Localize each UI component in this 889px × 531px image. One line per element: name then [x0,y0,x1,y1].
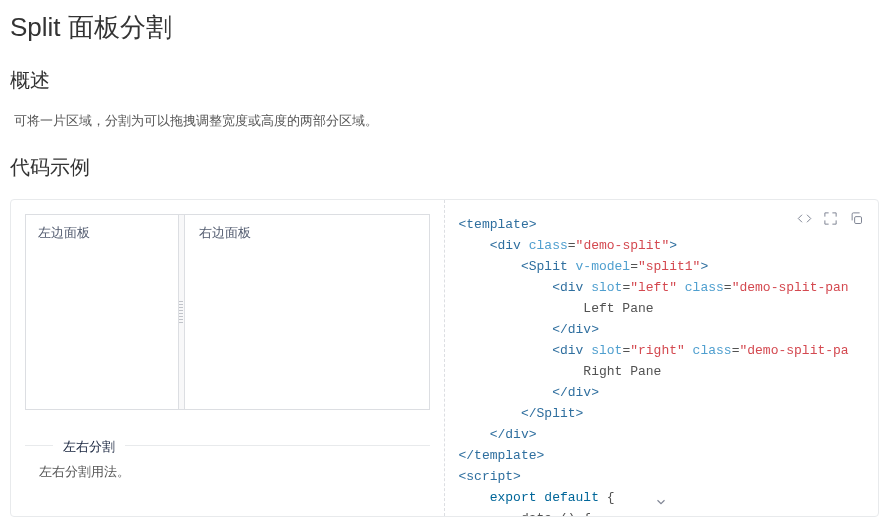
example-card: 左边面板 右边面板 左右分割 左右分割用法。 [10,199,879,517]
demo-description: 左右分割用法。 [25,464,430,481]
copy-icon[interactable] [848,210,864,226]
examples-heading: 代码示例 [10,154,879,181]
split-demo: 左边面板 右边面板 [25,214,430,410]
code-column: <template> <div class="demo-split"> <Spl… [445,200,879,516]
split-right-pane: 右边面板 [185,215,429,409]
code-toolbar [796,210,864,226]
code-block: <template> <div class="demo-split"> <Spl… [445,200,879,516]
split-left-pane: 左边面板 [26,215,179,409]
demo-column: 左边面板 右边面板 左右分割 左右分割用法。 [11,200,445,516]
code-icon[interactable] [796,210,812,226]
demo-meta: 左右分割 左右分割用法。 [25,438,430,481]
page-title: Split 面板分割 [10,10,879,45]
overview-heading: 概述 [10,67,879,94]
chevron-down-icon[interactable] [654,495,668,512]
overview-text: 可将一片区域，分割为可以拖拽调整宽度或高度的两部分区域。 [10,112,879,130]
demo-title: 左右分割 [53,438,125,456]
svg-rect-0 [854,216,861,223]
expand-icon[interactable] [822,210,838,226]
